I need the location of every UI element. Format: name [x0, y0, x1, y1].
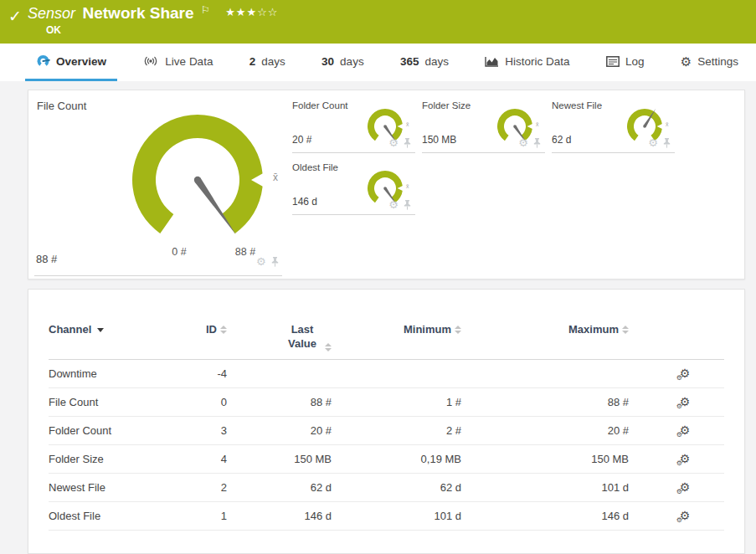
- tab-settings[interactable]: ⚙ Settings: [670, 44, 749, 81]
- tab-number: 365: [400, 55, 419, 68]
- sort-icon: [455, 326, 461, 334]
- channel-settings-icon[interactable]: ⚙⚙: [680, 367, 691, 380]
- channel-last-value: 62 d: [227, 481, 332, 494]
- tab-label: Log: [625, 55, 645, 68]
- channel-id: 0: [193, 396, 227, 408]
- average-marker: x̄: [406, 121, 409, 127]
- average-marker: x̄: [666, 121, 669, 127]
- gauge-settings-icon[interactable]: ⚙: [388, 137, 399, 148]
- channel-settings-icon[interactable]: ⚙⚙: [680, 481, 691, 494]
- small-gauges-grid: Folder Count x̄ 20 # ⚙ Folder Size x̄ 15…: [292, 99, 694, 223]
- gauge-panel-newest-file: Newest File x̄ 62 d ⚙: [552, 99, 675, 153]
- table-row: Downtime -4 ⚙⚙: [49, 360, 724, 388]
- gauge-pin-icon[interactable]: [403, 200, 412, 210]
- channel-id: -4: [193, 367, 227, 380]
- sensor-header: ✓ Sensor Network Share ⚐ ★★★☆☆ OK: [0, 0, 756, 44]
- tab-label: Settings: [697, 55, 738, 68]
- gauge-pin-icon[interactable]: [662, 138, 671, 148]
- channel-maximum: 146 d: [461, 510, 629, 522]
- table-row: Folder Size 4 150 MB 0,19 MB 150 MB ⚙⚙: [49, 445, 724, 474]
- tab-label: Overview: [56, 55, 106, 68]
- th-id[interactable]: ID: [193, 323, 227, 336]
- channel-id: 3: [193, 424, 227, 437]
- channel-minimum: 101 d: [332, 510, 461, 522]
- gauge-settings-icon[interactable]: ⚙: [388, 199, 399, 210]
- channel-settings-icon[interactable]: ⚙⚙: [680, 424, 691, 437]
- channel-minimum: 1 #: [332, 396, 461, 408]
- star-rating[interactable]: ★★★☆☆: [225, 6, 278, 18]
- channel-settings-icon[interactable]: ⚙⚙: [680, 510, 691, 522]
- tab-30-days[interactable]: 30 days: [311, 44, 375, 81]
- th-minimum[interactable]: Minimum: [332, 323, 461, 336]
- tab-number: 2: [249, 55, 256, 68]
- table-row: Folder Count 3 20 # 2 # 20 # ⚙⚙: [49, 417, 724, 445]
- tab-overview[interactable]: Overview: [25, 44, 117, 81]
- channel-maximum: 101 d: [461, 481, 629, 494]
- tab-log[interactable]: Log: [595, 44, 656, 81]
- average-marker: x̄: [536, 121, 539, 127]
- sort-icon: [325, 343, 332, 351]
- gauge-panel-oldest-file: Oldest File x̄ 146 d ⚙: [292, 161, 415, 215]
- tab-label: Historic Data: [505, 55, 569, 68]
- channel-name: Downtime: [49, 367, 193, 380]
- file-count-gauge: [93, 90, 302, 270]
- tab-bar: Overview Live Data 2 days 30 days 365 da…: [0, 44, 756, 81]
- live-data-icon: [142, 55, 159, 67]
- table-row: Newest File 2 62 d 62 d 101 d ⚙⚙: [49, 474, 724, 502]
- channel-id: 2: [193, 481, 227, 494]
- tab-number: 30: [321, 55, 334, 68]
- th-maximum[interactable]: Maximum: [461, 323, 629, 336]
- gauge-panel-folder-count: Folder Count x̄ 20 # ⚙: [292, 99, 415, 153]
- tab-365-days[interactable]: 365 days: [389, 44, 460, 81]
- channel-table: Channel ID Last Value Minimum Maximum Do…: [28, 290, 744, 531]
- gauge-icon: [36, 54, 50, 68]
- sort-caret-icon: [97, 328, 104, 332]
- tab-live-data[interactable]: Live Data: [131, 44, 224, 81]
- channel-settings-icon[interactable]: ⚙⚙: [680, 396, 691, 408]
- gauge-pin-icon[interactable]: [403, 138, 412, 148]
- settings-icon: ⚙: [681, 55, 692, 68]
- channel-id: 4: [193, 453, 227, 465]
- gauge-pin-icon[interactable]: [270, 257, 280, 267]
- tab-label: days: [424, 55, 449, 68]
- th-channel[interactable]: Channel: [49, 323, 193, 336]
- th-last-value[interactable]: Last Value: [227, 323, 332, 351]
- panel-divider: [34, 275, 282, 276]
- gauge-title: Newest File: [552, 100, 602, 110]
- table-header-row: Channel ID Last Value Minimum Maximum: [49, 290, 724, 360]
- check-icon: ✓: [8, 7, 22, 26]
- channel-name: Newest File: [49, 481, 193, 494]
- log-icon: [606, 56, 620, 67]
- channel-name: Folder Size: [49, 453, 193, 465]
- gauge-value: 62 d: [552, 134, 571, 146]
- sensor-kind: Sensor: [28, 5, 75, 22]
- channel-settings-icon[interactable]: ⚙⚙: [680, 453, 691, 465]
- gauge-title: File Count: [37, 100, 86, 112]
- gauge-settings-icon[interactable]: ⚙: [648, 137, 658, 148]
- gauge-value: 146 d: [292, 196, 317, 208]
- gauge-pin-icon[interactable]: [532, 138, 542, 148]
- channel-last-value: 146 d: [227, 510, 332, 522]
- historic-data-icon: [485, 56, 499, 67]
- gauge-title: Folder Count: [292, 100, 347, 110]
- average-marker: x̄: [406, 183, 409, 189]
- gauge-panel-file-count: File Count 0 # 88 # 88 # x̄ ⚙: [28, 90, 288, 280]
- gauge-title: Folder Size: [422, 100, 471, 110]
- tab-label: days: [261, 55, 285, 68]
- channel-minimum: 2 #: [332, 424, 461, 437]
- gauge-settings-icon[interactable]: ⚙: [518, 137, 528, 148]
- tab-2-days[interactable]: 2 days: [239, 44, 296, 81]
- table-row: File Count 0 88 # 1 # 88 # ⚙⚙: [49, 388, 724, 417]
- channel-minimum: 0,19 MB: [332, 453, 461, 465]
- tab-label: Live Data: [165, 55, 213, 68]
- sort-icon: [622, 326, 629, 334]
- gauge-value: 150 MB: [422, 134, 456, 146]
- table-row: Oldest File 1 146 d 101 d 146 d ⚙⚙: [49, 502, 724, 531]
- channel-last-value: 20 #: [227, 424, 332, 437]
- channel-maximum: 20 #: [461, 424, 629, 437]
- channel-maximum: 150 MB: [461, 453, 629, 465]
- gauge-settings-icon[interactable]: ⚙: [256, 256, 266, 267]
- channel-minimum: 62 d: [332, 481, 461, 494]
- status-badge: OK: [46, 24, 61, 36]
- tab-historic-data[interactable]: Historic Data: [474, 44, 580, 81]
